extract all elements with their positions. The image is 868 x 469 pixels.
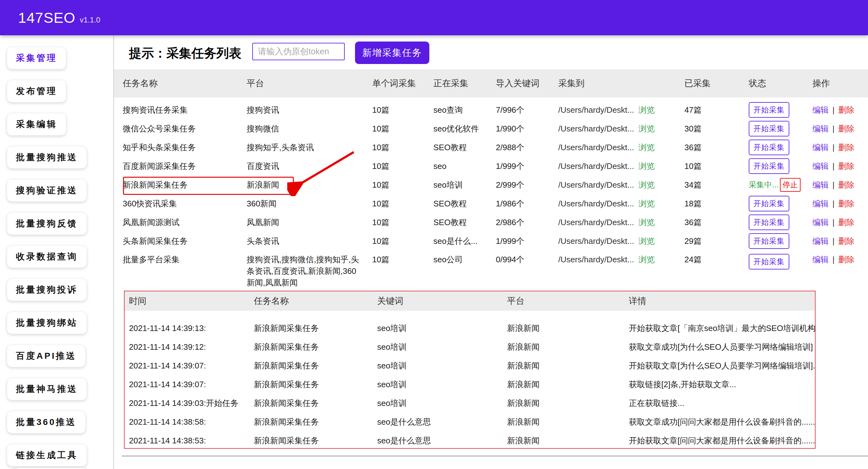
edit-link[interactable]: 编辑 (812, 180, 829, 190)
delete-link[interactable]: 删除 (838, 218, 855, 227)
task-save-path-cell: /Users/hardy/Deskt...浏览 (558, 142, 684, 153)
sidebar-item[interactable]: 链接生成工具 (7, 444, 87, 467)
stop-collect-button[interactable]: 停止 (780, 178, 801, 192)
sidebar-item[interactable]: 发布管理 (7, 80, 66, 102)
delete-link[interactable]: 删除 (838, 161, 855, 171)
delete-link[interactable]: 删除 (838, 255, 855, 264)
sidebar-item[interactable]: 搜狗验证推送 (7, 179, 87, 202)
task-platform: 搜狗知乎,头条资讯 (247, 142, 372, 153)
browse-link[interactable]: 浏览 (639, 199, 655, 208)
add-task-button[interactable]: 新增采集任务 (355, 41, 429, 64)
delete-link[interactable]: 删除 (838, 143, 855, 152)
column-header: 操作 (812, 77, 868, 89)
action-separator: | (832, 255, 835, 264)
log-row: 2021-11-14 14:39:13:新浪新闻采集任务seo培训新浪新闻开始获… (125, 319, 815, 338)
log-detail: 开始获取文章[为什么SEO人员要学习网络编辑培训]... (629, 360, 815, 371)
log-detail: 获取文章成功[问问大家都是用什么设备刷抖音的......] (629, 416, 815, 428)
app-bar: 147SEO v1.1.0 (0, 0, 868, 35)
edit-link[interactable]: 编辑 (812, 218, 829, 227)
start-collect-button[interactable]: 开始采集 (749, 233, 789, 249)
browse-link[interactable]: 浏览 (639, 143, 655, 152)
delete-link[interactable]: 删除 (838, 105, 855, 115)
start-collect-button[interactable]: 开始采集 (749, 121, 789, 136)
log-time: 2021-11-14 14:39:03:开始任务 (129, 398, 254, 409)
start-collect-button[interactable]: 开始采集 (749, 215, 789, 230)
edit-link[interactable]: 编辑 (812, 105, 829, 115)
start-collect-button[interactable]: 开始采集 (749, 139, 789, 155)
task-name: 搜狗资讯任务采集 (123, 104, 247, 116)
browse-link[interactable]: 浏览 (639, 237, 655, 246)
task-collected-count: 36篇 (684, 217, 749, 228)
delete-link[interactable]: 删除 (838, 199, 855, 208)
log-platform: 新浪新闻 (507, 360, 629, 371)
save-path: /Users/hardy/Deskt... (558, 218, 634, 227)
log-keyword: seo培训 (377, 379, 507, 390)
start-collect-button[interactable]: 开始采集 (749, 102, 789, 118)
task-status-cell: 开始采集 (749, 233, 812, 249)
task-save-path-cell: /Users/hardy/Deskt...浏览 (558, 180, 684, 190)
sidebar-item[interactable]: 批量神马推送 (7, 378, 87, 400)
task-save-path-cell: /Users/hardy/Deskt...浏览 (558, 161, 684, 172)
column-header: 采集到 (558, 77, 684, 89)
edit-link[interactable]: 编辑 (812, 124, 829, 133)
action-separator: | (832, 180, 835, 190)
save-path: /Users/hardy/Deskt... (558, 105, 634, 115)
start-collect-button[interactable]: 开始采集 (749, 158, 789, 174)
task-collected-count: 24篇 (684, 254, 749, 265)
task-imported-keywords: 7/996个 (496, 104, 558, 116)
task-imported-keywords: 0/994个 (496, 254, 558, 265)
collecting-status: 采集中... (749, 180, 779, 189)
sidebar-item[interactable]: 采集管理 (7, 47, 66, 69)
task-row: 360快资讯采集360新闻10篇SEO教程1/986个/Users/hardy/… (114, 194, 868, 213)
task-per-word-count: 10篇 (372, 198, 433, 209)
sidebar-item-partial[interactable] (14, 468, 88, 469)
task-status-cell: 采集中...停止 (749, 178, 812, 192)
log-column-header: 时间 (129, 295, 254, 307)
delete-link[interactable]: 删除 (838, 180, 855, 190)
start-collect-button[interactable]: 开始采集 (749, 196, 789, 211)
delete-link[interactable]: 删除 (838, 124, 855, 133)
edit-link[interactable]: 编辑 (812, 255, 829, 264)
edit-link[interactable]: 编辑 (812, 199, 829, 208)
task-save-path-cell: /Users/hardy/Deskt...浏览 (558, 198, 684, 209)
sidebar-item[interactable]: 批量搜狗反馈 (7, 212, 87, 235)
token-input[interactable] (252, 43, 345, 60)
browse-link[interactable]: 浏览 (639, 180, 655, 190)
browse-link[interactable]: 浏览 (639, 124, 655, 133)
sidebar-item[interactable]: 批量360推送 (7, 411, 86, 433)
sidebar-item[interactable]: 批量搜狗绑站 (7, 312, 87, 334)
log-table: 时间任务名称关键词平台详情 2021-11-14 14:39:13:新浪新闻采集… (124, 291, 815, 449)
log-platform: 新浪新闻 (507, 323, 629, 334)
edit-link[interactable]: 编辑 (812, 143, 829, 152)
task-per-word-count: 10篇 (372, 123, 433, 134)
sidebar-item[interactable]: 采集编辑 (7, 113, 66, 135)
edit-link[interactable]: 编辑 (812, 161, 829, 171)
app-version: v1.1.0 (80, 15, 100, 24)
browse-link[interactable]: 浏览 (639, 105, 655, 115)
log-platform: 新浪新闻 (507, 435, 629, 446)
log-row: 2021-11-14 14:39:07:新浪新闻采集任务seo培训新浪新闻开始获… (125, 356, 815, 375)
task-name: 知乎和头条采集任务 (123, 142, 247, 153)
start-collect-button[interactable]: 开始采集 (749, 254, 789, 270)
log-task-name: 新浪新闻采集任务 (254, 435, 377, 446)
sidebar-item[interactable]: 批量搜狗投诉 (7, 279, 87, 301)
sidebar-item[interactable]: 批量搜狗推送 (7, 146, 87, 168)
column-header: 平台 (247, 77, 372, 89)
sidebar-item[interactable]: 百度API推送 (7, 345, 86, 367)
browse-link[interactable]: 浏览 (639, 255, 655, 264)
log-row: 2021-11-14 14:39:07:新浪新闻采集任务seo培训新浪新闻获取链… (125, 375, 815, 394)
log-row: 2021-11-14 14:39:12:新浪新闻采集任务seo培训新浪新闻获取文… (125, 338, 815, 356)
log-platform: 新浪新闻 (507, 379, 629, 390)
browse-link[interactable]: 浏览 (639, 218, 655, 227)
delete-link[interactable]: 删除 (838, 237, 855, 246)
task-actions-cell: 编辑|删除 (812, 254, 868, 265)
save-path: /Users/hardy/Deskt... (558, 180, 634, 190)
log-task-name: 新浪新闻采集任务 (254, 360, 377, 371)
task-current-keyword: seo查询 (433, 104, 496, 116)
sidebar-item[interactable]: 收录数据查询 (7, 245, 87, 268)
edit-link[interactable]: 编辑 (812, 237, 829, 246)
task-current-keyword: SEO教程 (433, 217, 496, 228)
task-actions-cell: 编辑|删除 (812, 180, 868, 190)
browse-link[interactable]: 浏览 (639, 161, 655, 171)
log-keyword: seo是什么意思 (377, 416, 507, 428)
